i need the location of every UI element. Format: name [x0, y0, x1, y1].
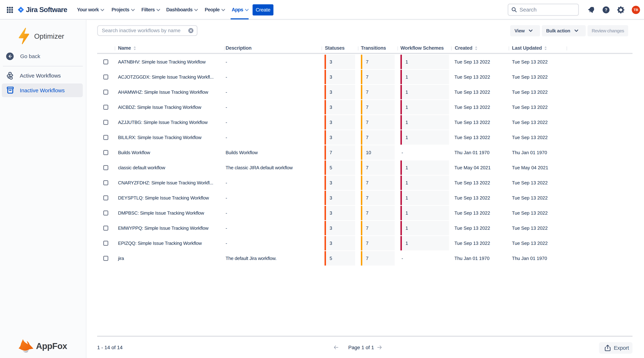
svg-text:?: ?: [605, 8, 607, 12]
